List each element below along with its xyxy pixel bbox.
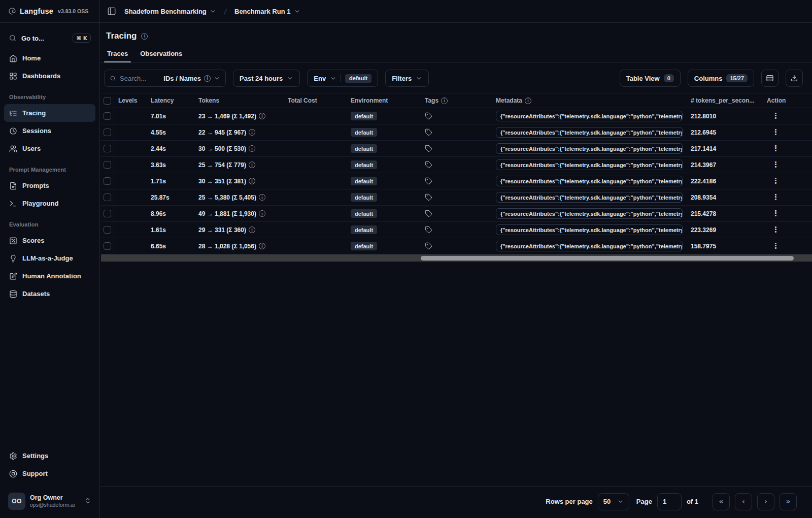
table-row[interactable]: 4.55s22 → 945 (Σ 967)idefault{"resourceA… bbox=[101, 124, 812, 141]
info-icon[interactable]: i bbox=[259, 194, 265, 201]
metadata-pill[interactable]: {"resourceAttributes":{"telemetry.sdk.la… bbox=[496, 111, 683, 121]
info-icon[interactable]: i bbox=[259, 210, 265, 217]
info-icon[interactable]: i bbox=[249, 161, 255, 168]
row-checkbox[interactable] bbox=[104, 161, 111, 169]
row-actions-menu-icon[interactable]: ⋮ bbox=[772, 161, 780, 169]
info-icon[interactable]: i bbox=[259, 243, 265, 249]
info-icon[interactable]: i bbox=[249, 178, 255, 184]
sidebar-item-human-annotation[interactable]: Human Annotation bbox=[4, 267, 95, 285]
search-mode-select[interactable]: IDs / Names i bbox=[163, 75, 220, 82]
first-page-button[interactable]: « bbox=[713, 493, 730, 510]
select-all-checkbox[interactable] bbox=[104, 97, 111, 105]
row-checkbox[interactable] bbox=[104, 112, 111, 120]
row-actions-menu-icon[interactable]: ⋮ bbox=[772, 226, 780, 234]
table-row[interactable]: 25.87s25 → 5,380 (Σ 5,405)idefault{"reso… bbox=[101, 189, 812, 206]
time-range-select[interactable]: Past 24 hours bbox=[233, 70, 300, 87]
metadata-pill[interactable]: {"resourceAttributes":{"telemetry.sdk.la… bbox=[496, 176, 683, 186]
row-actions-menu-icon[interactable]: ⋮ bbox=[772, 177, 780, 185]
export-button[interactable] bbox=[786, 70, 803, 87]
tag-icon[interactable] bbox=[425, 242, 432, 250]
sidebar-item-tracing[interactable]: Tracing bbox=[4, 104, 95, 122]
filters-button[interactable]: Filters bbox=[385, 70, 429, 87]
info-icon[interactable]: i bbox=[259, 113, 265, 119]
row-height-button[interactable] bbox=[761, 70, 779, 87]
tag-icon[interactable] bbox=[425, 210, 432, 217]
row-checkbox[interactable] bbox=[104, 226, 111, 234]
row-actions-menu-icon[interactable]: ⋮ bbox=[772, 193, 780, 201]
info-icon[interactable]: i bbox=[249, 226, 255, 233]
next-page-button[interactable]: › bbox=[757, 493, 774, 510]
columns-button[interactable]: Columns 15/27 bbox=[688, 70, 754, 87]
tag-icon[interactable] bbox=[425, 161, 432, 169]
breadcrumb-org[interactable]: Shadeform Benchmarking bbox=[122, 6, 218, 17]
metadata-pill[interactable]: {"resourceAttributes":{"telemetry.sdk.la… bbox=[496, 192, 683, 203]
column-label: Environment bbox=[351, 97, 388, 104]
sidebar-toggle-icon[interactable] bbox=[107, 7, 116, 16]
metadata-pill[interactable]: {"resourceAttributes":{"telemetry.sdk.la… bbox=[496, 143, 683, 154]
latency-value: 4.55s bbox=[151, 129, 166, 136]
row-cell-latency: 4.55s bbox=[147, 129, 194, 136]
table-row[interactable]: 6.65s28 → 1,028 (Σ 1,056)idefault{"resou… bbox=[101, 238, 812, 254]
info-icon[interactable]: i bbox=[141, 33, 148, 40]
sidebar-item-playground[interactable]: Playground bbox=[4, 195, 95, 212]
metadata-pill[interactable]: {"resourceAttributes":{"telemetry.sdk.la… bbox=[496, 241, 683, 251]
metadata-pill[interactable]: {"resourceAttributes":{"telemetry.sdk.la… bbox=[496, 127, 683, 138]
row-checkbox[interactable] bbox=[104, 177, 111, 185]
rows-per-page-select[interactable]: 50 bbox=[598, 493, 629, 510]
info-icon[interactable]: i bbox=[249, 145, 255, 152]
sidebar-item-scores[interactable]: Scores bbox=[4, 232, 95, 249]
breadcrumb-project[interactable]: Benchmark Run 1 bbox=[232, 6, 302, 17]
tag-icon[interactable] bbox=[425, 145, 432, 152]
pager-buttons: «‹›» bbox=[713, 493, 797, 510]
search-input[interactable] bbox=[120, 75, 160, 82]
table-row[interactable]: 8.96s49 → 1,881 (Σ 1,930)idefault{"resou… bbox=[101, 206, 812, 222]
row-checkbox[interactable] bbox=[104, 128, 111, 136]
goto-search[interactable]: Go to... ⌘ K bbox=[4, 29, 95, 47]
sidebar-item-prompts[interactable]: Prompts bbox=[4, 177, 95, 195]
row-actions-menu-icon[interactable]: ⋮ bbox=[772, 145, 780, 152]
table-row[interactable]: 3.63s25 → 754 (Σ 779)idefault{"resourceA… bbox=[101, 157, 812, 173]
env-filter[interactable]: Env default bbox=[307, 70, 378, 87]
sidebar-item-support[interactable]: Support bbox=[4, 465, 95, 482]
tag-icon[interactable] bbox=[425, 177, 432, 185]
table-row[interactable]: 2.44s30 → 500 (Σ 530)idefault{"resourceA… bbox=[101, 141, 812, 157]
tag-icon[interactable] bbox=[425, 128, 432, 136]
row-actions-menu-icon[interactable]: ⋮ bbox=[772, 210, 780, 217]
tag-icon[interactable] bbox=[425, 112, 432, 120]
previous-page-button[interactable]: ‹ bbox=[735, 493, 752, 510]
page-input[interactable] bbox=[657, 493, 682, 510]
info-icon[interactable]: i bbox=[249, 129, 255, 136]
tag-icon[interactable] bbox=[425, 193, 432, 201]
table-row[interactable]: 7.01s23 → 1,469 (Σ 1,492)idefault{"resou… bbox=[101, 108, 812, 124]
app-logo[interactable]: Langfuse v3.83.0 OSS bbox=[0, 0, 99, 23]
tag-icon[interactable] bbox=[425, 226, 432, 234]
row-actions-menu-icon[interactable]: ⋮ bbox=[772, 242, 780, 250]
sidebar-item-dashboards[interactable]: Dashboards bbox=[4, 67, 95, 85]
metadata-pill[interactable]: {"resourceAttributes":{"telemetry.sdk.la… bbox=[496, 224, 683, 235]
scrollbar-thumb[interactable] bbox=[421, 256, 793, 261]
tab-observations[interactable]: Observations bbox=[136, 46, 186, 62]
row-actions-menu-icon[interactable]: ⋮ bbox=[772, 112, 780, 120]
sidebar-item-settings[interactable]: Settings bbox=[4, 447, 95, 465]
metadata-pill[interactable]: {"resourceAttributes":{"telemetry.sdk.la… bbox=[496, 159, 683, 170]
account-menu[interactable]: OO Org Owner ops@shadeform.ai bbox=[4, 490, 95, 513]
row-checkbox[interactable] bbox=[104, 242, 111, 250]
row-checkbox[interactable] bbox=[104, 145, 111, 152]
sidebar-item-llm-as-a-judge[interactable]: LLM-as-a-Judge bbox=[4, 249, 95, 267]
last-page-button[interactable]: » bbox=[780, 493, 797, 510]
table-row[interactable]: 1.61s29 → 331 (Σ 360)idefault{"resourceA… bbox=[101, 222, 812, 238]
table-view-button[interactable]: Table View 0 bbox=[620, 70, 681, 87]
sidebar-item-sessions[interactable]: Sessions bbox=[4, 122, 95, 140]
org-name: Shadeform Benchmarking bbox=[124, 8, 207, 15]
search-box[interactable]: IDs / Names i bbox=[104, 70, 226, 87]
horizontal-scrollbar[interactable] bbox=[101, 254, 812, 262]
metadata-pill[interactable]: {"resourceAttributes":{"telemetry.sdk.la… bbox=[496, 208, 683, 219]
table-row[interactable]: 1.71s30 → 351 (Σ 381)idefault{"resourceA… bbox=[101, 173, 812, 189]
row-checkbox[interactable] bbox=[104, 193, 111, 201]
tab-traces[interactable]: Traces bbox=[103, 46, 132, 62]
row-checkbox[interactable] bbox=[104, 210, 111, 217]
sidebar-item-datasets[interactable]: Datasets bbox=[4, 285, 95, 303]
sidebar-item-users[interactable]: Users bbox=[4, 140, 95, 157]
sidebar-item-home[interactable]: Home bbox=[4, 49, 95, 67]
row-actions-menu-icon[interactable]: ⋮ bbox=[772, 128, 780, 136]
